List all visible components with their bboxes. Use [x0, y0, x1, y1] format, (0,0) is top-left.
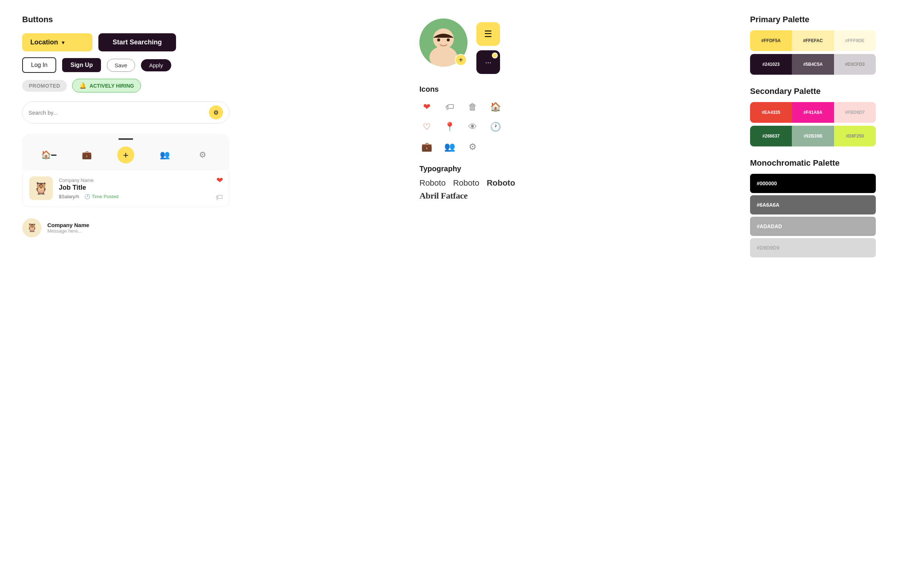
secondary-swatch-3[interactable]: #FBD9D7 [834, 102, 876, 123]
mono-swatch-2[interactable]: #6A6A6A [750, 195, 876, 215]
secondary-swatch-1[interactable]: #EA4335 [750, 102, 792, 123]
menu-button[interactable]: ☰ [477, 22, 500, 46]
login-button[interactable]: Log In [22, 57, 56, 73]
msg-company-name: Company Name [47, 222, 229, 228]
icons-grid: ❤ 🏷 🗑 🏠 ♡ 📍 👁 🕐 💼 👥 ⚙ [420, 100, 560, 154]
roboto-medium-sample: Roboto [453, 178, 479, 188]
msg-avatar-logo: 🦉 [27, 223, 37, 233]
nav-add-button[interactable]: + [117, 146, 134, 163]
msg-text: Message here... [47, 228, 229, 234]
secondary-palette-section: Secondary Palette #EA4335 #F41A9A #FBD9D… [750, 86, 876, 146]
home-icon[interactable]: 🏠 [488, 100, 503, 114]
abril-row: Abril Fatface [420, 191, 560, 201]
nav-icons: 🏠 💼 + 👥 ⚙ [22, 143, 229, 169]
job-company-name: Company Name [59, 178, 222, 183]
primary-swatch-1[interactable]: #FFDF5A [750, 30, 792, 51]
btn-row-2: Log In Sign Up Save Apply [22, 57, 229, 73]
job-heart-button[interactable]: ❤ [216, 176, 223, 185]
nav-active-underline [51, 155, 57, 156]
secondary-swatch-2[interactable]: #F41A9A [792, 102, 833, 123]
avatar-add-button[interactable]: + [455, 54, 467, 66]
nav-settings-icon[interactable]: ⚙ [195, 147, 211, 163]
primary-swatch-3[interactable]: #FFF9DE [834, 30, 876, 51]
icons-title: Icons [420, 85, 560, 94]
mono-swatch-1[interactable]: #000000 [750, 174, 876, 193]
mono-palette-title: Monochromatic Palette [750, 158, 876, 168]
icons-section: Icons ❤ 🏷 🗑 🏠 ♡ 📍 👁 🕐 💼 👥 ⚙ [420, 85, 560, 154]
briefcase-icon[interactable]: 💼 [420, 140, 434, 154]
roboto-row: Roboto Roboto Roboto [420, 178, 560, 188]
nav-people-icon[interactable]: 👥 [157, 147, 172, 163]
job-meta: $Salary/h 🕐 Time Posted [59, 194, 222, 199]
buttons-title: Buttons [22, 15, 229, 25]
primary-palette-title: Primary Palette [750, 15, 876, 25]
typography-section: Typography Roboto Roboto Roboto Abril Fa… [420, 164, 560, 201]
signup-button[interactable]: Sign Up [62, 58, 101, 72]
chat-buttons: ☰ ··· [477, 18, 500, 74]
people-icon[interactable]: 👥 [442, 140, 457, 154]
nav-bar-handle [22, 138, 229, 140]
primary-swatch-4[interactable]: #241023 [750, 54, 792, 75]
search-bar: ⚙ [22, 101, 229, 123]
message-avatar: 🦉 [22, 218, 42, 237]
mono-swatch-4[interactable]: #D9D9D9 [750, 238, 876, 257]
clock-icon: 🕐 [84, 194, 90, 199]
clock-icon[interactable]: 🕐 [488, 120, 503, 134]
dots-icon: ··· [485, 58, 492, 66]
start-searching-button[interactable]: Start Searching [98, 33, 176, 51]
primary-palette-row-2: #241023 #5B4C5A #D3CFD3 [750, 54, 876, 75]
filter-button[interactable]: ⚙ [209, 105, 223, 120]
actively-hiring-tag: 🔔 ACTIVELY HIRING [72, 79, 141, 92]
secondary-swatch-6[interactable]: #D8F250 [834, 126, 876, 146]
menu-icon: ☰ [484, 29, 492, 39]
empty-icon [488, 140, 503, 154]
mono-palette: #000000 #6A6A6A #ADADAD #D9D9D9 [750, 174, 876, 257]
job-bookmark-button[interactable]: 🏷 [215, 193, 223, 201]
job-card: 🦉 Company Name Job Title $Salary/h 🕐 Tim… [22, 169, 229, 207]
bookmark-icon[interactable]: 🏷 [442, 100, 457, 114]
secondary-swatch-5[interactable]: #92B39B [792, 126, 833, 146]
job-info: Company Name Job Title $Salary/h 🕐 Time … [59, 178, 222, 199]
drag-handle [118, 138, 133, 140]
trash-icon[interactable]: 🗑 [465, 100, 480, 114]
avatar-container: + [420, 18, 467, 66]
primary-swatch-5[interactable]: #5B4C5A [792, 54, 833, 75]
svg-point-5 [447, 38, 450, 41]
secondary-palette-row-2: #266637 #92B39B #D8F250 [750, 126, 876, 146]
roboto-light-sample: Roboto [420, 178, 446, 188]
apply-button[interactable]: Apply [141, 59, 171, 71]
svg-point-4 [437, 38, 440, 41]
mono-palette-section: Monochromatic Palette #000000 #6A6A6A #A… [750, 158, 876, 257]
primary-swatch-2[interactable]: #FFEFAC [792, 30, 833, 51]
bell-icon: 🔔 [79, 82, 86, 89]
job-title: Job Title [59, 184, 222, 192]
primary-palette-section: Primary Palette #FFDF5A #FFEFAC #FFF9DE … [750, 15, 876, 75]
company-logo: 🦉 [29, 177, 53, 200]
heart-outline-icon[interactable]: ♡ [420, 120, 434, 134]
gear-icon[interactable]: ⚙ [465, 140, 480, 154]
heart-filled-icon[interactable]: ❤ [420, 100, 434, 114]
tags-row: PROMOTED 🔔 ACTIVELY HIRING [22, 79, 229, 92]
roboto-bold-sample: Roboto [487, 178, 515, 188]
company-logo-image: 🦉 [34, 181, 48, 195]
buttons-section: Buttons Location ▾ Start Searching Log I… [22, 15, 229, 123]
promoted-tag: PROMOTED [22, 80, 67, 92]
eye-icon[interactable]: 👁 [465, 120, 480, 134]
message-item[interactable]: 🦉 Company Name Message here... [22, 215, 229, 241]
nav-briefcase-icon[interactable]: 💼 [79, 147, 95, 163]
btn-row-1: Location ▾ Start Searching [22, 33, 229, 51]
chat-dots-button[interactable]: ··· [477, 50, 500, 74]
avatar-section: + ☰ ··· [420, 18, 560, 74]
message-info: Company Name Message here... [47, 222, 229, 234]
sliders-icon: ⚙ [214, 109, 218, 116]
mono-swatch-3[interactable]: #ADADAD [750, 217, 876, 236]
location-button[interactable]: Location ▾ [22, 33, 92, 51]
nav-home-icon[interactable]: 🏠 [41, 147, 57, 163]
search-input[interactable] [28, 109, 205, 116]
primary-swatch-6[interactable]: #D3CFD3 [834, 54, 876, 75]
pin-icon[interactable]: 📍 [442, 120, 457, 134]
job-salary: $Salary/h [59, 194, 79, 199]
hiring-label: ACTIVELY HIRING [89, 83, 134, 89]
secondary-swatch-4[interactable]: #266637 [750, 126, 792, 146]
save-button[interactable]: Save [107, 59, 135, 72]
